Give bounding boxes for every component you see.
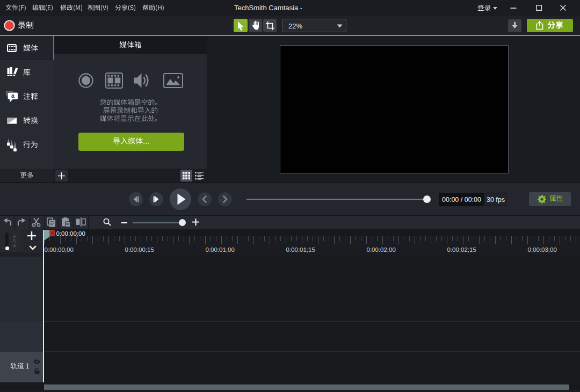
svg-text:a: a xyxy=(11,92,15,99)
